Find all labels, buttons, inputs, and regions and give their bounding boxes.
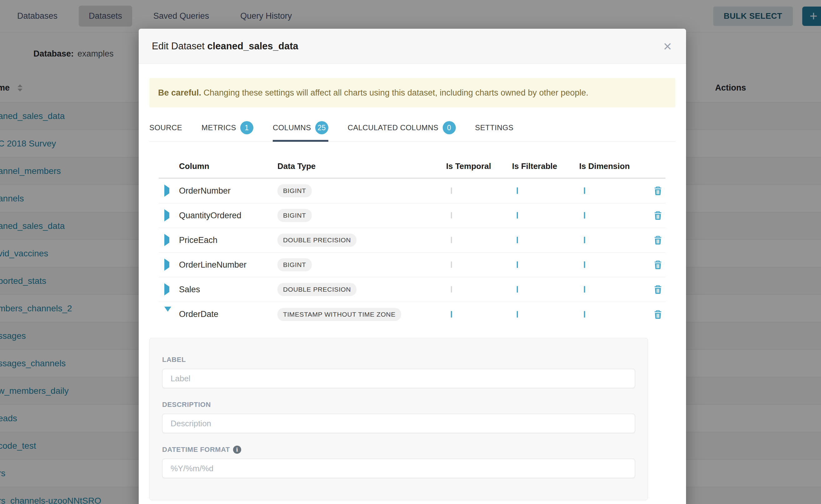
columns-table-header: Column Data Type Is Temporal Is Filterab… <box>159 155 665 179</box>
table-row: PriceEach DOUBLE PRECISION <box>159 228 665 253</box>
expand-caret-icon[interactable] <box>164 283 169 295</box>
is-dimension-checkbox[interactable] <box>584 187 585 194</box>
data-type-pill: TIMESTAMP WITHOUT TIME ZONE <box>277 308 401 321</box>
column-editor-panel: LABEL DESCRIPTION DATETIME FORMAT i <box>149 338 648 500</box>
is-dimension-checkbox[interactable] <box>584 237 585 243</box>
delete-icon[interactable] <box>653 210 663 221</box>
expand-caret-icon[interactable] <box>164 185 169 197</box>
close-icon[interactable]: × <box>662 39 673 53</box>
datetime-format-field-label: DATETIME FORMAT i <box>162 446 635 454</box>
column-header: Column <box>179 161 277 171</box>
column-name: Sales <box>179 285 277 294</box>
columns-table: Column Data Type Is Temporal Is Filterab… <box>159 155 665 327</box>
tab-columns[interactable]: COLUMNS 25 <box>273 121 328 142</box>
columns-count-badge: 25 <box>315 121 328 134</box>
is-filterable-checkbox[interactable] <box>517 286 518 293</box>
modal-title-dataset-name: cleaned_sales_data <box>207 41 298 52</box>
warning-banner-bold: Be careful. <box>158 88 201 97</box>
is-filterable-checkbox[interactable] <box>517 237 518 243</box>
datetime-format-field-group: DATETIME FORMAT i <box>162 446 635 478</box>
collapse-caret-icon[interactable] <box>164 307 171 317</box>
is-filterable-header: Is Filterable <box>512 161 579 171</box>
data-type-pill: BIGINT <box>277 209 312 222</box>
is-dimension-checkbox[interactable] <box>584 311 585 318</box>
is-filterable-checkbox[interactable] <box>517 187 518 194</box>
data-type-pill: DOUBLE PRECISION <box>277 283 356 296</box>
is-temporal-header: Is Temporal <box>446 161 512 171</box>
table-row: QuantityOrdered BIGINT <box>159 203 665 228</box>
modal-title: Edit Dataset cleaned_sales_data <box>152 41 298 52</box>
modal-body: Be careful. Changing these settings will… <box>139 64 686 500</box>
column-name: PriceEach <box>179 235 277 245</box>
is-temporal-checkbox[interactable] <box>451 311 452 318</box>
modal-header: Edit Dataset cleaned_sales_data × <box>139 29 686 64</box>
delete-icon[interactable] <box>653 259 663 270</box>
warning-banner: Be careful. Changing these settings will… <box>149 78 675 107</box>
is-temporal-checkbox[interactable] <box>451 261 452 268</box>
description-field-label: DESCRIPTION <box>162 401 635 409</box>
tab-settings[interactable]: SETTINGS <box>475 121 514 142</box>
data-type-pill: BIGINT <box>277 258 312 271</box>
is-temporal-checkbox[interactable] <box>451 187 452 194</box>
modal-title-prefix: Edit Dataset <box>152 41 205 52</box>
is-dimension-checkbox[interactable] <box>584 286 585 293</box>
is-dimension-checkbox[interactable] <box>584 212 585 219</box>
delete-icon[interactable] <box>653 309 663 320</box>
tab-calculated-columns[interactable]: CALCULATED COLUMNS 0 <box>348 121 456 142</box>
table-row-expanded: OrderDate TIMESTAMP WITHOUT TIME ZONE <box>159 302 665 327</box>
is-dimension-checkbox[interactable] <box>584 261 585 268</box>
is-temporal-checkbox[interactable] <box>451 286 452 293</box>
label-input[interactable] <box>162 369 635 388</box>
description-field-group: DESCRIPTION <box>162 401 635 433</box>
label-field-group: LABEL <box>162 356 635 388</box>
calculated-columns-count-badge: 0 <box>443 121 456 134</box>
column-name: OrderNumber <box>179 186 277 196</box>
table-row: Sales DOUBLE PRECISION <box>159 277 665 302</box>
delete-icon[interactable] <box>653 185 663 196</box>
datetime-format-input[interactable] <box>162 459 635 478</box>
table-row: OrderLineNumber BIGINT <box>159 253 665 277</box>
tab-source[interactable]: SOURCE <box>149 121 182 142</box>
expand-caret-icon[interactable] <box>164 209 169 221</box>
is-temporal-checkbox[interactable] <box>451 237 452 243</box>
column-name: OrderLineNumber <box>179 260 277 270</box>
data-type-pill: DOUBLE PRECISION <box>277 234 356 247</box>
is-filterable-checkbox[interactable] <box>517 261 518 268</box>
column-name: QuantityOrdered <box>179 211 277 220</box>
metrics-count-badge: 1 <box>240 121 253 134</box>
edit-dataset-modal: Edit Dataset cleaned_sales_data × Be car… <box>139 29 686 504</box>
delete-icon[interactable] <box>653 284 663 295</box>
expand-caret-icon[interactable] <box>164 259 169 271</box>
expand-caret-icon[interactable] <box>164 234 169 246</box>
data-type-pill: BIGINT <box>277 184 312 197</box>
is-dimension-header: Is Dimension <box>579 161 652 171</box>
is-temporal-checkbox[interactable] <box>451 212 452 219</box>
tab-metrics[interactable]: METRICS 1 <box>201 121 253 142</box>
is-filterable-checkbox[interactable] <box>517 212 518 219</box>
table-row: OrderNumber BIGINT <box>159 179 665 203</box>
delete-icon[interactable] <box>653 235 663 245</box>
is-filterable-checkbox[interactable] <box>517 311 518 318</box>
column-name: OrderDate <box>179 309 277 319</box>
label-field-label: LABEL <box>162 356 635 364</box>
warning-banner-text: Changing these settings will affect all … <box>201 88 588 97</box>
info-icon[interactable]: i <box>233 446 241 454</box>
modal-tabs: SOURCE METRICS 1 COLUMNS 25 CALCULATED C… <box>149 121 675 142</box>
data-type-header: Data Type <box>277 161 446 171</box>
description-input[interactable] <box>162 414 635 433</box>
